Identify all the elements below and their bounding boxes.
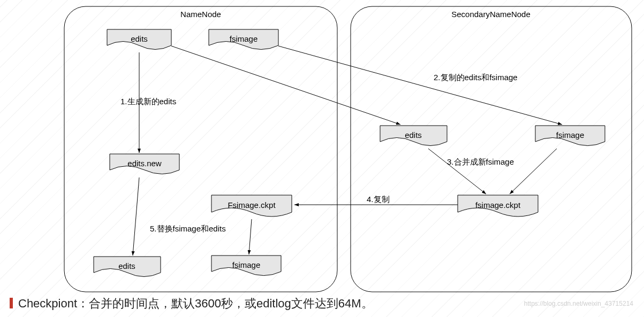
node-fsimage-ckpt-left-label: Fsimage.ckpt xyxy=(228,200,276,210)
node-fsimage-top-label: fsimage xyxy=(230,34,258,43)
node-fsimage-right-label: fsimage xyxy=(556,130,585,140)
edge-3b xyxy=(510,149,557,194)
node-edits-bottom-label: edits xyxy=(118,261,135,270)
node-edits-top-label: edits xyxy=(131,34,148,43)
edge-2b xyxy=(278,46,562,125)
container-namenode-title: NameNode xyxy=(180,10,221,19)
edge-2-label: 2.复制的edits和fsimage xyxy=(434,73,518,82)
edge-5a xyxy=(133,177,139,256)
node-fsimage-bottom-label: fsimage xyxy=(232,260,261,269)
edge-1-label: 1.生成新的edits xyxy=(120,97,176,106)
diagram-canvas: NameNode SecondaryNameNode edits fsimage… xyxy=(0,0,644,317)
node-edits-new-label: edits.new xyxy=(127,159,162,168)
edge-5-label: 5.替换fsimage和edits xyxy=(150,224,226,233)
container-namenode xyxy=(64,6,337,292)
node-edits-right-label: edits xyxy=(405,130,422,140)
container-secondary-namenode xyxy=(351,6,632,292)
edge-3a xyxy=(428,149,486,194)
caption-body: Checkpiont：合并的时间点，默认3600秒，或editlog文件达到64… xyxy=(18,297,373,310)
watermark-text: https://blog.csdn.net/weixin_43715214 xyxy=(524,300,633,307)
edge-4-label: 4.复制 xyxy=(367,195,390,204)
node-fsimage-ckpt-right-label: fsimage.ckpt xyxy=(475,200,521,210)
container-secondary-namenode-title: SecondaryNameNode xyxy=(451,10,531,19)
caption-text: Checkpiont：合并的时间点，默认3600秒，或editlog文件达到64… xyxy=(10,296,373,312)
edge-5b xyxy=(249,219,252,254)
edge-3-label: 3.合并成新fsimage xyxy=(447,157,514,166)
edge-2a xyxy=(171,46,400,125)
bullet-icon xyxy=(10,298,13,308)
